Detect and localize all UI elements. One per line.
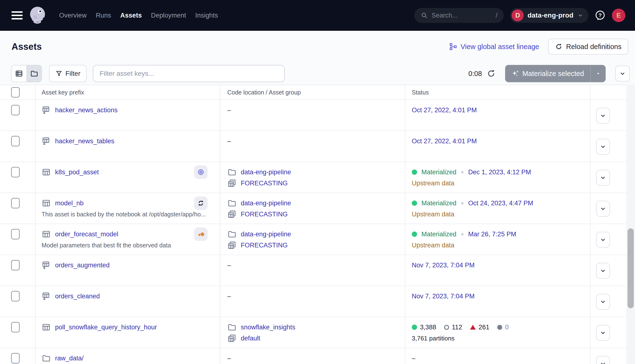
filter-asset-keys-input[interactable] (93, 65, 285, 82)
asset-key-link[interactable]: orders_augmented (55, 262, 110, 269)
row-checkbox[interactable] (11, 105, 20, 116)
materialized-dot-icon (412, 200, 417, 206)
separator-dot (461, 202, 463, 204)
asset-key-link[interactable]: model_nb (55, 200, 84, 207)
select-all-checkbox[interactable] (11, 87, 20, 98)
materialize-options-caret[interactable] (591, 65, 606, 82)
empty-value: – (227, 106, 231, 114)
view-global-asset-lineage-link[interactable]: View global asset lineage (449, 42, 539, 51)
code-location-link[interactable]: data-eng-pipeline (241, 200, 291, 207)
folder-icon (227, 168, 236, 177)
nav-item-overview[interactable]: Overview (59, 12, 87, 19)
nav-item-runs[interactable]: Runs (96, 12, 111, 19)
asset-description: This asset is backed by the notebook at … (42, 211, 206, 218)
jupyter-icon (196, 229, 206, 240)
expand-row-button[interactable] (596, 263, 610, 279)
nav-item-deployment[interactable]: Deployment (151, 12, 186, 19)
materialization-date-link[interactable]: Oct 24, 2023, 4:47 PM (468, 200, 533, 207)
code-location-link[interactable]: data-eng-pipeline (241, 230, 291, 238)
scrollbar-thumb[interactable] (627, 228, 634, 308)
materialize-selected-button[interactable]: Materialize selected (505, 70, 590, 78)
code-location-link[interactable]: snowflake_insights (241, 324, 295, 331)
asset-key-link[interactable]: hacker_news_tables (55, 138, 114, 145)
chevron-down-icon (599, 143, 607, 150)
expand-row-button[interactable] (596, 294, 610, 310)
expand-row-button[interactable] (596, 139, 610, 154)
expand-row-button[interactable] (596, 108, 610, 124)
global-search[interactable]: / (414, 8, 504, 23)
filter-button[interactable]: Filter (49, 65, 87, 82)
lineage-icon (449, 42, 457, 51)
asset-key-link[interactable]: poll_snowflake_query_history_hour (55, 324, 157, 331)
table-row: order_forecast_modelModel parameters tha… (0, 224, 635, 255)
chevron-down-icon (599, 112, 607, 119)
deployment-name: data-eng-prod (527, 12, 573, 19)
search-input[interactable] (431, 12, 487, 19)
user-avatar[interactable]: E (612, 9, 625, 22)
materialized-label: Materialized (421, 168, 456, 176)
refresh-icon[interactable] (486, 69, 496, 78)
table-row: model_nbThis asset is backed by the note… (0, 193, 635, 224)
row-checkbox[interactable] (11, 229, 20, 240)
folder-icon (42, 354, 51, 363)
row-checkbox[interactable] (11, 136, 20, 146)
materialization-date-link[interactable]: Dec 1, 2023, 4:12 PM (468, 168, 531, 176)
table-row: orders_cleaned–Nov 7, 2023, 7:04 PM (0, 286, 635, 317)
code-location-link[interactable]: data-eng-pipeline (241, 168, 291, 176)
help-icon[interactable]: ? (594, 10, 606, 21)
expand-row-button[interactable] (596, 201, 610, 216)
expand-row-button[interactable] (596, 325, 610, 341)
row-checkbox[interactable] (11, 322, 20, 332)
expand-row-button[interactable] (596, 356, 610, 364)
row-checkbox[interactable] (11, 167, 20, 178)
row-checkbox[interactable] (11, 291, 20, 302)
nav-item-assets[interactable]: Assets (120, 12, 142, 19)
table-row: poll_snowflake_query_history_hour snowfl… (0, 317, 635, 348)
filter-button-label: Filter (66, 70, 80, 78)
folder-view-icon (30, 70, 38, 78)
reload-definitions-button[interactable]: Reload definitions (548, 39, 628, 54)
directory-view-button[interactable] (27, 66, 41, 82)
dagster-logo[interactable] (28, 5, 48, 26)
materialization-date-link[interactable]: Mar 26, 7:25 PM (468, 230, 516, 238)
row-checkbox[interactable] (11, 198, 20, 208)
asset-key-link[interactable]: raw_data/ (55, 354, 84, 362)
assets-table: Asset key prefix Code location / Asset g… (0, 85, 635, 364)
asset-key-link[interactable]: orders_cleaned (55, 292, 100, 300)
collapse-panel-button[interactable] (615, 66, 630, 82)
asset-key-link[interactable]: k8s_pod_asset (55, 168, 99, 176)
table-icon (42, 168, 51, 177)
chevron-down-icon (619, 70, 626, 77)
materialization-date-link[interactable]: Nov 7, 2023, 7:04 PM (412, 292, 475, 300)
expand-row-button[interactable] (596, 170, 610, 186)
asset-key-link[interactable]: order_forecast_model (55, 230, 118, 238)
primary-nav: OverviewRunsAssetsDeploymentInsights (59, 12, 218, 19)
asset-group-link[interactable]: FORECASTING (241, 210, 288, 218)
materialization-date-link[interactable]: Nov 7, 2023, 7:04 PM (412, 262, 475, 269)
upstream-data-tag: Upstream data (412, 210, 454, 218)
asset-group-table-icon (42, 292, 51, 301)
asset-group-link[interactable]: default (241, 335, 260, 342)
chevron-down-icon (599, 329, 607, 336)
materialization-date-link[interactable]: Oct 27, 2022, 4:01 PM (412, 106, 477, 114)
view-mode-toggle (11, 65, 42, 82)
menu-icon[interactable] (12, 11, 23, 20)
deployment-switcher[interactable]: D data-eng-prod (510, 8, 588, 23)
partition-count: 0 (505, 324, 509, 331)
notebook-sync-icon (197, 199, 205, 207)
list-view-icon (15, 70, 23, 78)
partition-count: 112 (452, 324, 462, 331)
asset-group-link[interactable]: FORECASTING (241, 180, 288, 187)
empty-value: – (227, 354, 231, 362)
expand-row-button[interactable] (596, 232, 610, 248)
refresh-timer: 0:08 (468, 70, 482, 78)
row-checkbox[interactable] (11, 260, 20, 270)
row-checkbox[interactable] (11, 353, 20, 364)
assets-toolbar: Filter 0:08 Materialize selected (0, 62, 635, 85)
flat-list-view-button[interactable] (12, 66, 27, 82)
nav-item-insights[interactable]: Insights (195, 12, 218, 19)
asset-group-link[interactable]: FORECASTING (241, 242, 288, 249)
asset-key-link[interactable]: hacker_news_actions (55, 106, 118, 114)
materialization-date-link[interactable]: Oct 27, 2022, 4:01 PM (412, 138, 477, 145)
asset-description: Model parameters that best fit the obser… (42, 242, 171, 249)
